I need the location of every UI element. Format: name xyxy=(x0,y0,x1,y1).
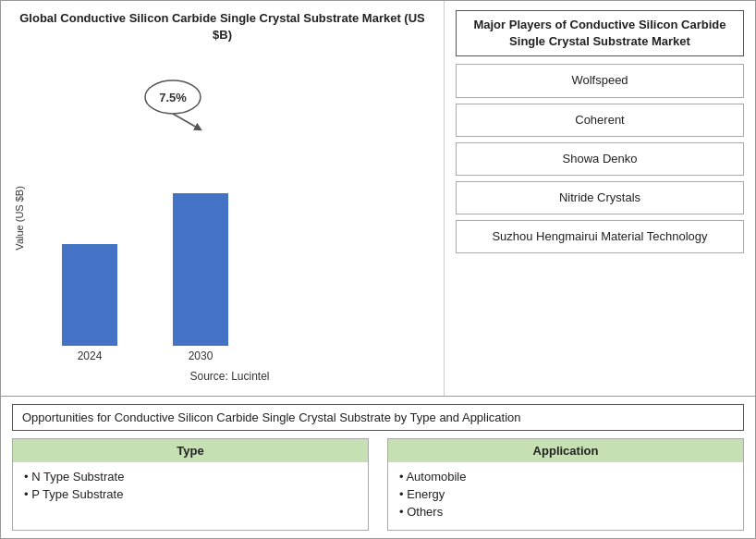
svg-point-0 xyxy=(145,80,201,114)
two-columns: Type • N Type Substrate • P Type Substra… xyxy=(12,438,744,531)
application-header: Application xyxy=(388,439,743,462)
chart-area: Value (US $B) 7.5% xyxy=(10,51,434,386)
opportunities-title: Opportunities for Conductive Silicon Car… xyxy=(12,404,744,431)
player-showa-denko: Showa Denko xyxy=(456,142,744,176)
cagr-arrow-svg: 7.5% xyxy=(117,77,228,132)
player-wolfspeed: Wolfspeed xyxy=(456,64,744,97)
player-coherent: Coherent xyxy=(456,104,744,137)
x-label-2030: 2030 xyxy=(173,349,228,362)
top-section: Global Conductive Silicon Carbide Single… xyxy=(1,1,755,397)
y-axis-label: Value (US $B) xyxy=(10,51,25,386)
bars-area: 7.5% xyxy=(25,51,434,346)
bar-2030 xyxy=(173,193,228,346)
type-item-1: • N Type Substrate xyxy=(24,470,357,484)
main-container: Global Conductive Silicon Carbide Single… xyxy=(0,0,756,539)
x-label-2024: 2024 xyxy=(62,349,117,362)
chart-content: 7.5% xyxy=(25,51,434,386)
player-suzhou: Suzhou Hengmairui Material Technology xyxy=(456,220,744,253)
player-nitride-crystals: Nitride Crystals xyxy=(456,181,744,214)
bottom-section: Opportunities for Conductive Silicon Car… xyxy=(1,397,755,538)
bar-2030-group xyxy=(173,193,228,346)
svg-line-2 xyxy=(173,114,199,129)
chart-panel: Global Conductive Silicon Carbide Single… xyxy=(1,1,445,396)
application-column: Application • Automobile • Energy • Othe… xyxy=(387,438,744,531)
players-panel: Major Players of Conductive Silicon Carb… xyxy=(445,1,755,396)
type-items: • N Type Substrate • P Type Substrate xyxy=(13,470,368,501)
application-items: • Automobile • Energy • Others xyxy=(388,470,743,519)
source-text: Source: Lucintel xyxy=(25,362,434,386)
app-item-2: • Energy xyxy=(399,487,732,501)
bar-2024-group xyxy=(62,244,117,346)
type-column: Type • N Type Substrate • P Type Substra… xyxy=(12,438,369,531)
app-item-1: • Automobile xyxy=(399,470,732,484)
players-title: Major Players of Conductive Silicon Carb… xyxy=(456,10,744,56)
svg-text:7.5%: 7.5% xyxy=(159,91,187,104)
x-axis-labels: 2024 2030 xyxy=(25,346,434,362)
bar-2024 xyxy=(62,244,117,346)
type-header: Type xyxy=(13,439,368,462)
app-item-3: • Others xyxy=(399,505,732,519)
type-item-2: • P Type Substrate xyxy=(24,487,357,501)
chart-title: Global Conductive Silicon Carbide Single… xyxy=(10,10,434,43)
